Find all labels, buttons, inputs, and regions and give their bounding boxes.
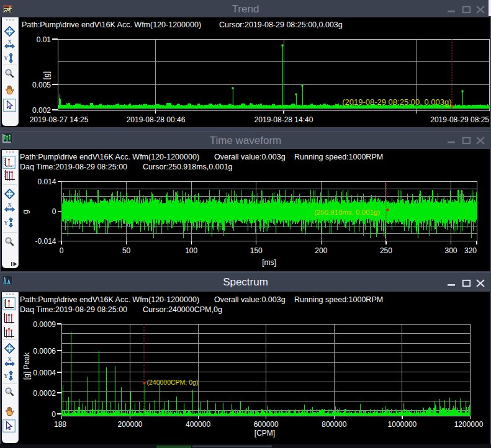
svg-text:0: 0 [60,246,64,255]
svg-text:800000: 800000 [322,420,346,429]
svg-text:0.0002: 0.0002 [33,389,56,398]
svg-text:[CPM]: [CPM] [255,429,275,437]
svg-text:50: 50 [122,246,131,255]
svg-text:0.0004: 0.0004 [33,369,56,377]
svg-text:2019-08-28 00:46: 2019-08-28 00:46 [127,115,186,124]
svg-text:250: 250 [380,246,392,255]
svg-text:1000000: 1000000 [388,420,417,429]
svg-text:188: 188 [54,420,66,429]
svg-text:320: 320 [464,246,477,255]
svg-text:0.0006: 0.0006 [33,347,56,356]
svg-text:300: 300 [444,246,457,255]
svg-text:g: g [21,210,30,214]
svg-text:0.01: 0.01 [37,35,52,44]
svg-text:[g] Peak: [g] Peak [22,352,31,380]
svg-text:(250.918ms, 0.001g): (250.918ms, 0.001g) [314,208,380,216]
svg-text:600000: 600000 [254,420,279,429]
svg-text:0.005: 0.005 [32,81,51,89]
svg-text:0: 0 [52,410,56,419]
svg-text:0.014: 0.014 [37,177,56,186]
svg-text:(2019-08-29 08:25:00, 0.003g): (2019-08-29 08:25:00, 0.003g) [342,97,451,107]
svg-text:[g]: [g] [42,71,51,79]
svg-text:200000: 200000 [117,420,142,429]
svg-text:2019-08-27 14:25: 2019-08-27 14:25 [30,115,89,124]
svg-text:2019-08-28 14:40: 2019-08-28 14:40 [255,115,313,124]
svg-text:0: 0 [52,207,56,216]
svg-text:[ms]: [ms] [262,258,276,267]
svg-text:0.0009: 0.0009 [33,320,56,329]
svg-text:400000: 400000 [186,420,210,429]
svg-text:0.002: 0.002 [32,106,51,115]
svg-text:-0.014: -0.014 [35,237,56,246]
svg-text:(240000CPM, 0g): (240000CPM, 0g) [147,379,199,386]
svg-text:150: 150 [250,246,263,255]
svg-text:1200000: 1200000 [454,420,484,429]
svg-text:200: 200 [315,246,327,255]
svg-text:100: 100 [185,246,197,255]
svg-text:2019-08-29 08:25: 2019-08-29 08:25 [430,115,489,124]
